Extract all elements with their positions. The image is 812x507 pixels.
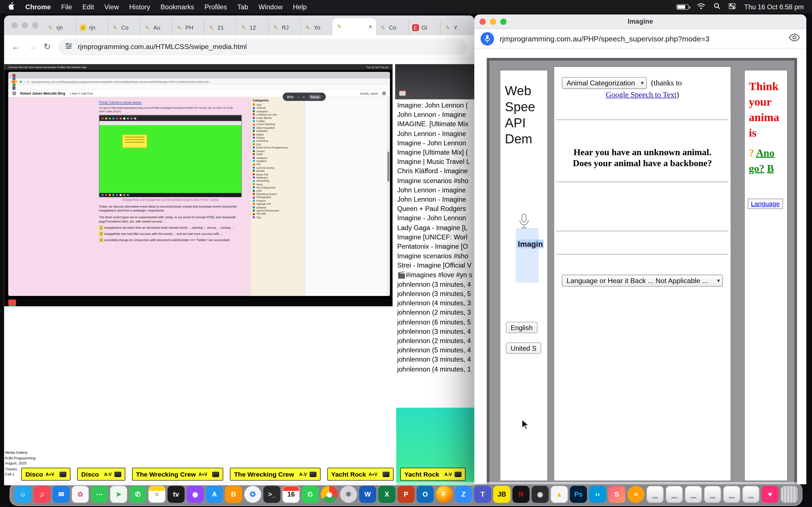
category-link[interactable]: Event-Driven Programming	[253, 146, 302, 149]
dock-icon[interactable]: ➤	[110, 486, 127, 503]
browser-tab[interactable]: ✎ rjn	[43, 20, 75, 35]
category-link[interactable]: Operating System	[253, 192, 302, 196]
video-title-item[interactable]: johnlennon (3 minutes, 4	[397, 280, 474, 289]
dock-icon[interactable]: X	[378, 486, 396, 503]
dock-icon[interactable]: A	[206, 486, 223, 503]
menubar-clock[interactable]: Thu 16 Oct 6:58 pm	[744, 3, 804, 11]
menubar-item[interactable]: Help	[293, 3, 307, 11]
reload-button[interactable]: ↻	[43, 41, 51, 52]
wifi-icon[interactable]	[697, 3, 705, 11]
dock-icon[interactable]: F	[436, 486, 453, 503]
dock-icon[interactable]: ✿	[71, 486, 89, 503]
video-title-item[interactable]: johnlennon (3 minutes, 5	[397, 289, 474, 298]
video-title-item[interactable]: Strei - Imagine [Official V	[397, 261, 474, 270]
dock-icon[interactable]	[781, 486, 798, 503]
dock-icon[interactable]: B	[225, 486, 242, 503]
dock-icon[interactable]: ▁	[647, 486, 664, 503]
dock-icon[interactable]: ≡	[148, 486, 165, 503]
zoom-bubble[interactable]: 80% − + Reset	[283, 93, 326, 101]
category-link[interactable]: Colour Matching	[253, 123, 302, 126]
dock-icon[interactable]: G	[302, 486, 319, 503]
menubar-app-name[interactable]: Chrome	[26, 3, 51, 11]
google-speech-link[interactable]: Google Speech to Text	[606, 91, 676, 99]
menubar-item[interactable]: Bookmarks	[160, 3, 194, 11]
dock-icon[interactable]: P	[398, 486, 415, 503]
category-link[interactable]: Moodle	[253, 169, 302, 173]
browser-tab[interactable]: ✎ RJ	[268, 20, 300, 35]
video-title-item[interactable]: Queen + Paul Rodgers	[397, 205, 474, 214]
dock-icon[interactable]: T	[474, 486, 492, 503]
scrollbar-thumb[interactable]	[388, 152, 389, 182]
video-title-item[interactable]: Imagine [UNICEF: Worl	[397, 233, 474, 242]
media-gallery-button[interactable]: The Wrecking CrewA-V	[230, 467, 320, 481]
category-link[interactable]: Database	[253, 129, 302, 133]
minimize-window-button[interactable]	[490, 18, 496, 25]
category-link[interactable]: Delphi	[253, 133, 302, 136]
category-link[interactable]: Coding	[253, 119, 302, 123]
video-title-item[interactable]: johnlennon (4 minutes, 3	[397, 298, 474, 308]
another-go-link[interactable]: Ano	[756, 147, 774, 158]
zoom-reset-button[interactable]: Reset	[308, 94, 321, 99]
dock-icon[interactable]: ☺	[14, 486, 32, 503]
video-title-item[interactable]: Imagine - John Lennon	[397, 138, 474, 148]
language-button[interactable]: English	[506, 322, 537, 333]
dock-icon[interactable]: ◉	[531, 486, 549, 503]
menubar-item[interactable]: Edit	[82, 3, 94, 11]
category-link[interactable]: GIMP	[253, 153, 302, 156]
category-select[interactable]: Animal Categorization ▾	[562, 77, 647, 89]
video-title-item[interactable]: johnlennon (6 minutes, 5	[397, 318, 474, 327]
menubar-item[interactable]: Profiles	[204, 3, 227, 11]
dock-icon[interactable]: ▁	[723, 486, 741, 503]
dock-icon[interactable]: ‹›	[589, 486, 606, 503]
dock-icon[interactable]: ✱	[340, 486, 357, 503]
category-link[interactable]: Eclipse	[253, 136, 302, 139]
address-bar[interactable]: rjmprogramming.com.au/HTMLCSS/swipe_medi…	[58, 39, 467, 55]
video-title-item[interactable]: johnlennon (2 minutes, 4	[397, 336, 474, 346]
language-hearback-select[interactable]: Language or Hear it Back ... Not Applica…	[562, 275, 723, 286]
category-link[interactable]: Code::Blocks	[253, 116, 302, 120]
category-link[interactable]: Android	[253, 106, 302, 110]
back-button[interactable]: ←	[11, 42, 20, 52]
category-link[interactable]: iOS	[253, 163, 302, 166]
region-button[interactable]: United S	[506, 342, 541, 354]
browser-tab[interactable]: ✎ Co	[108, 20, 140, 35]
category-link[interactable]: Land Surveying	[253, 166, 302, 169]
dock-icon[interactable]: ✉	[52, 486, 70, 503]
category-link[interactable]: Tips	[253, 216, 302, 219]
media-gallery-button[interactable]: DiscoA+V	[21, 467, 70, 481]
browser-tab[interactable]: ✓ rjn	[75, 20, 108, 35]
dock-icon[interactable]: ▁	[704, 486, 721, 503]
close-window-button[interactable]	[479, 18, 486, 25]
category-link[interactable]: Photography	[253, 196, 302, 199]
media-video[interactable]: Chrome File Edit View History Bookmarks …	[4, 64, 393, 306]
video-title-item[interactable]: johnlennon (5 minutes, 4	[397, 346, 474, 355]
language-link-box[interactable]: Language	[748, 199, 783, 209]
menubar-item[interactable]: Window	[259, 3, 283, 11]
video-title-item[interactable]: johnlennon (4 minutes, 1	[397, 364, 474, 374]
dock-icon[interactable]: ◉	[321, 486, 338, 503]
video-title-item[interactable]: Imagine scenarios #sho	[397, 176, 474, 186]
category-link[interactable]: Animation	[253, 110, 302, 113]
video-title-item[interactable]: johnlennon (2 minutes, 3	[397, 308, 474, 318]
dock-icon[interactable]: ♫	[33, 486, 50, 503]
category-link[interactable]: Installers	[253, 159, 302, 163]
category-link[interactable]: NetBeans	[253, 176, 302, 179]
video-title-item[interactable]: IMAGINE. [Ultimate Mix	[397, 120, 474, 129]
dock-icon[interactable]: 16	[283, 486, 300, 503]
forward-button[interactable]: →	[28, 42, 36, 52]
video-title-item[interactable]: Imagine - John Lennon	[397, 214, 474, 223]
category-link[interactable]: Games	[253, 149, 302, 153]
url-text[interactable]: rjmprogramming.com.au/PHP/speech_supervi…	[500, 34, 709, 43]
dock-icon[interactable]: ◉	[187, 486, 204, 503]
active-tab[interactable]: ✎ ×	[333, 18, 376, 35]
imagine-titlebar[interactable]: Imagine	[474, 14, 806, 29]
eye-icon[interactable]	[789, 34, 800, 43]
video-title-item[interactable]: johnlennon (3 minutes, 4	[397, 327, 474, 336]
tab-close-icon[interactable]: ×	[368, 23, 372, 31]
close-window-button[interactable]	[11, 22, 17, 29]
dock-icon[interactable]: ✪	[244, 486, 261, 503]
dock-icon[interactable]: ⋯	[91, 486, 108, 503]
browser-tab[interactable]: ✎ Yo	[300, 20, 333, 35]
category-link[interactable]: Not Categorised	[253, 186, 302, 189]
dock-icon[interactable]: ♥	[762, 486, 779, 503]
